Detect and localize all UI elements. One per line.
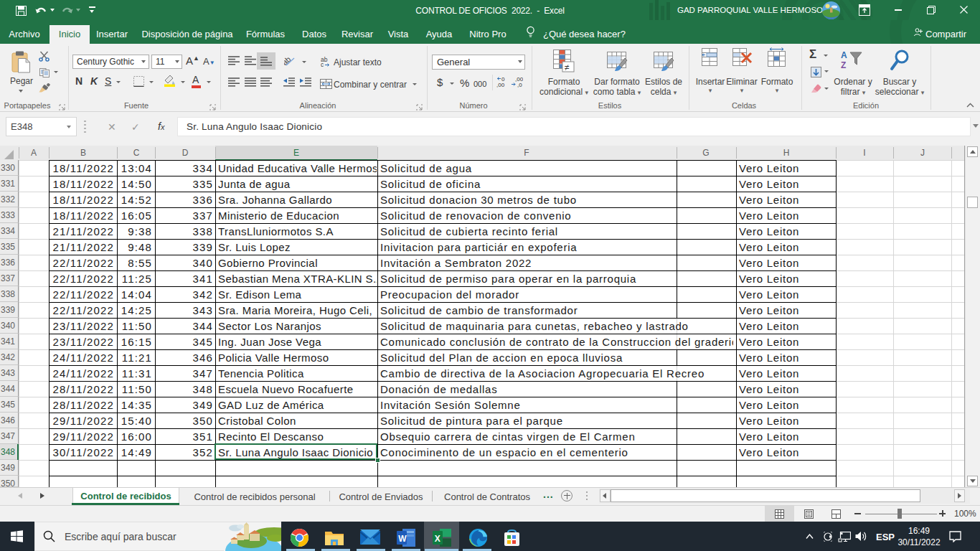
svg-text:A: A (841, 50, 847, 60)
svg-text:,0: ,0 (517, 82, 522, 88)
svg-text:,00: ,00 (496, 82, 505, 88)
svg-text:W: W (398, 534, 407, 544)
svg-text:Z: Z (841, 60, 846, 70)
svg-text:≠: ≠ (565, 62, 570, 72)
svg-text:X: X (435, 534, 440, 544)
